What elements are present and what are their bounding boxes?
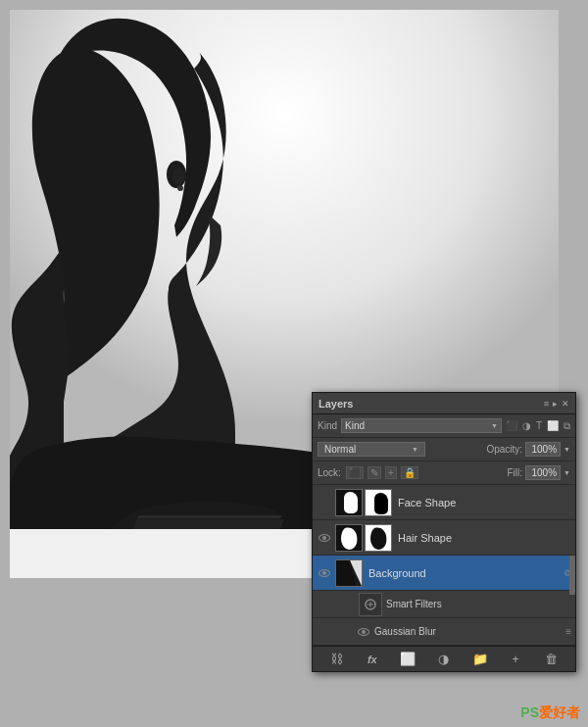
background-eye-icon [318, 569, 330, 577]
hair-shape-eye-icon [318, 534, 330, 542]
gaussian-blur-visibility[interactable] [356, 624, 371, 640]
opacity-arrow[interactable]: ▼ [564, 446, 570, 453]
layers-toolbar: ⛓ fx ⬜ ◑ 📁 + 🗑 [313, 646, 575, 671]
canvas-area: Layers ≡ ▸ ✕ Kind Kind ▼ ⬛ ◑ T ⬜ ⧉ [0, 0, 588, 727]
gaussian-blur-row[interactable]: Gaussian Blur ≡ [313, 618, 575, 646]
gaussian-blur-label: Gaussian Blur [374, 626, 565, 637]
hair-shape-thumb-group [335, 524, 392, 552]
layer-row-hair-shape[interactable]: Hair Shape [313, 520, 575, 556]
lock-position-icon[interactable]: ✎ [368, 466, 381, 479]
layer-row-background[interactable]: Background ⚙ [313, 556, 575, 591]
background-thumb1 [335, 559, 363, 587]
svg-point-2 [172, 168, 184, 185]
lock-label: Lock: [318, 467, 341, 478]
fill-arrow[interactable]: ▼ [564, 469, 570, 476]
gaussian-blur-options-icon[interactable]: ≡ [565, 626, 571, 637]
opacity-section: Opacity: 100% ▼ [486, 442, 570, 457]
blend-mode-value: Normal [324, 444, 356, 455]
lock-artboards-icon[interactable]: + [385, 466, 397, 479]
pixel-filter-icon[interactable]: ⬛ [506, 420, 517, 431]
panel-header: Layers ≡ ▸ ✕ [313, 393, 575, 414]
panel-title: Layers [318, 398, 353, 410]
background-visibility[interactable] [317, 565, 332, 581]
link-button[interactable]: ⛓ [326, 651, 346, 668]
watermark: PS爱好者 [520, 704, 580, 722]
scrollbar-thumb [569, 556, 575, 595]
face-shape-thumb2 [365, 489, 392, 516]
kind-dropdown-arrow: ▼ [491, 422, 498, 429]
hair-shape-thumb1 [335, 524, 363, 552]
lock-fill-row: Lock: ⬛ ✎ + 🔒 Fill: 100% ▼ [313, 461, 575, 485]
kind-row: Kind Kind ▼ ⬛ ◑ T ⬜ ⧉ [313, 414, 575, 438]
lock-pixels-icon[interactable]: ⬛ [346, 466, 364, 479]
gaussian-blur-eye [358, 628, 369, 636]
smart-filters-row[interactable]: Smart Filters [313, 591, 575, 618]
face-shape-label: Face Shape [398, 497, 571, 509]
delete-layer-button[interactable]: 🗑 [542, 651, 562, 668]
smart-filters-visibility [340, 597, 356, 612]
kind-value: Kind [345, 420, 365, 431]
opacity-value[interactable]: 100% [525, 442, 561, 457]
shape-filter-icon[interactable]: ⬜ [547, 420, 559, 431]
new-layer-button[interactable]: + [506, 651, 525, 668]
smart-filters-icon [359, 593, 382, 616]
blend-opacity-row: Normal ▼ Opacity: 100% ▼ [313, 438, 575, 461]
hair-shape-visibility[interactable] [317, 530, 332, 546]
mask-button[interactable]: ⬜ [398, 651, 417, 668]
face-shape-thumb1 [335, 489, 363, 516]
opacity-label: Opacity: [486, 444, 522, 455]
kind-dropdown[interactable]: Kind ▼ [341, 418, 502, 433]
panel-close-icon[interactable]: ✕ [562, 399, 569, 409]
panel-header-icons: ≡ ▸ ✕ [544, 399, 569, 409]
face-shape-visibility[interactable] [317, 495, 332, 510]
adjustment-filter-icon[interactable]: ◑ [522, 420, 531, 431]
layer-row-face-shape[interactable]: Face Shape [313, 485, 575, 520]
type-filter-icon[interactable]: T [536, 420, 542, 431]
smart-filters-label: Smart Filters [386, 599, 571, 609]
blend-mode-dropdown[interactable]: Normal ▼ [318, 442, 425, 457]
background-thumb-group [335, 559, 363, 587]
background-label: Background [368, 567, 564, 579]
watermark-ps: PS [520, 704, 539, 720]
fx-button[interactable]: fx [363, 651, 382, 668]
blend-dropdown-arrow: ▼ [412, 446, 418, 453]
kind-filter-icons: ⬛ ◑ T ⬜ ⧉ [506, 420, 570, 432]
layers-panel: Layers ≡ ▸ ✕ Kind Kind ▼ ⬛ ◑ T ⬜ ⧉ [312, 392, 576, 672]
hair-shape-thumb2 [365, 524, 392, 552]
hair-shape-label: Hair Shape [398, 532, 571, 544]
face-shape-thumb-group [335, 489, 392, 516]
kind-label: Kind [318, 420, 337, 431]
watermark-text: 爱好者 [539, 704, 580, 720]
svg-point-3 [177, 185, 183, 191]
panel-collapse-icon[interactable]: ▸ [553, 399, 558, 409]
lock-all-icon[interactable]: 🔒 [401, 466, 418, 479]
panel-menu-icon[interactable]: ≡ [544, 399, 549, 409]
lock-icons: ⬛ ✎ + 🔒 [346, 466, 418, 479]
group-button[interactable]: 📁 [470, 651, 490, 668]
adjustment-button[interactable]: ◑ [434, 651, 454, 668]
fill-section: Fill: 100% ▼ [508, 465, 571, 480]
fill-label: Fill: [508, 467, 523, 478]
fill-value[interactable]: 100% [525, 465, 561, 480]
layer-scrollbar[interactable] [569, 556, 575, 590]
smart-filter-icon[interactable]: ⧉ [564, 420, 570, 432]
